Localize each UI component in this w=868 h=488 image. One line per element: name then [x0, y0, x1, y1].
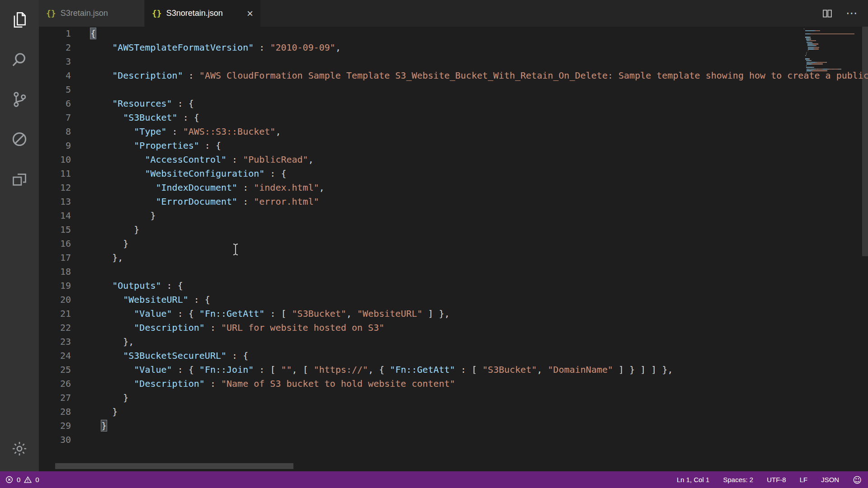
code-line[interactable]: 25 "Value" : { "Fn::Join" : [ "", [ "htt… — [39, 363, 868, 377]
line-number[interactable]: 18 — [39, 265, 71, 279]
code-line[interactable]: 29 } — [39, 419, 868, 433]
line-number[interactable]: 22 — [39, 321, 71, 335]
line-number[interactable]: 23 — [39, 335, 71, 349]
line-number[interactable]: 1 — [39, 27, 71, 41]
code-line[interactable]: 2 "AWSTemplateFormatVersion" : "2010-09-… — [39, 41, 868, 55]
minimap-line — [804, 65, 854, 66]
code-line[interactable]: 5 — [39, 83, 868, 97]
activity-item-explorer[interactable] — [0, 0, 39, 40]
line-number[interactable]: 29 — [39, 419, 71, 433]
indentation-setting[interactable]: Spaces: 2 — [723, 476, 753, 483]
minimap-line — [804, 42, 854, 43]
line-number[interactable]: 14 — [39, 209, 71, 223]
code-line[interactable]: 11 "WebsiteConfiguration" : { — [39, 167, 868, 181]
code-line[interactable]: 10 "AccessControl" : "PublicRead", — [39, 153, 868, 167]
code-line[interactable]: 23 }, — [39, 335, 868, 349]
code-line[interactable]: 26 "Description" : "Name of S3 bucket to… — [39, 377, 868, 391]
code-line[interactable]: 3 — [39, 55, 868, 69]
feedback-smiley-icon[interactable]: ☺ — [853, 475, 862, 485]
code-text: "S3BucketSecureURL" : { — [71, 349, 248, 363]
warning-icon — [24, 476, 32, 483]
code-line[interactable]: 7 "S3Bucket" : { — [39, 111, 868, 125]
line-number[interactable]: 15 — [39, 223, 71, 237]
code-line[interactable]: 27 } — [39, 391, 868, 405]
line-number[interactable]: 8 — [39, 125, 71, 139]
line-number[interactable]: 11 — [39, 167, 71, 181]
code-line[interactable]: 17 }, — [39, 251, 868, 265]
minimap[interactable] — [804, 28, 854, 79]
code-text: } — [71, 405, 118, 419]
settings-button[interactable] — [0, 429, 39, 469]
line-number[interactable]: 17 — [39, 251, 71, 265]
horizontal-scrollbar[interactable] — [55, 463, 293, 469]
activity-item-source-control[interactable] — [0, 80, 39, 119]
encoding-setting[interactable]: UTF-8 — [767, 476, 786, 483]
code-line[interactable]: 15 } — [39, 223, 868, 237]
close-tab-button[interactable]: × — [247, 8, 253, 19]
code-line[interactable]: 28 } — [39, 405, 868, 419]
line-number[interactable]: 27 — [39, 391, 71, 405]
line-number[interactable]: 12 — [39, 181, 71, 195]
line-number[interactable]: 25 — [39, 363, 71, 377]
code-text: }, — [71, 251, 123, 265]
line-number[interactable]: 7 — [39, 111, 71, 125]
line-number[interactable]: 4 — [39, 69, 71, 83]
code-line[interactable]: 21 "Value" : { "Fn::GetAtt" : [ "S3Bucke… — [39, 307, 868, 321]
code-lines: 1{2 "AWSTemplateFormatVersion" : "2010-0… — [39, 27, 868, 447]
debug-icon — [11, 131, 28, 148]
vertical-scrollbar[interactable] — [862, 27, 868, 256]
code-line[interactable]: 20 "WebsiteURL" : { — [39, 293, 868, 307]
line-number[interactable]: 24 — [39, 349, 71, 363]
code-line[interactable]: 6 "Resources" : { — [39, 97, 868, 111]
line-number[interactable]: 21 — [39, 307, 71, 321]
line-number[interactable]: 28 — [39, 405, 71, 419]
split-editor-button[interactable] — [822, 9, 832, 19]
line-number[interactable]: 13 — [39, 195, 71, 209]
line-number[interactable]: 9 — [39, 139, 71, 153]
code-line[interactable]: 14 } — [39, 209, 868, 223]
code-line[interactable]: 12 "IndexDocument" : "index.html", — [39, 181, 868, 195]
line-number[interactable]: 10 — [39, 153, 71, 167]
code-line[interactable]: 9 "Properties" : { — [39, 139, 868, 153]
code-line[interactable]: 8 "Type" : "AWS::S3::Bucket", — [39, 125, 868, 139]
eol-setting[interactable]: LF — [800, 476, 808, 483]
code-line[interactable]: 24 "S3BucketSecureURL" : { — [39, 349, 868, 363]
line-number[interactable]: 19 — [39, 279, 71, 293]
minimap-line — [804, 30, 854, 31]
tab-s3noretain[interactable]: {} S3noretain.json × — [145, 0, 260, 27]
code-text: "AWSTemplateFormatVersion" : "2010-09-09… — [71, 41, 341, 55]
code-line[interactable]: 22 "Description" : "URL for website host… — [39, 321, 868, 335]
code-text: "AccessControl" : "PublicRead", — [71, 153, 314, 167]
code-line[interactable]: 18 — [39, 265, 868, 279]
line-number[interactable]: 2 — [39, 41, 71, 55]
vscode-window: {} S3retain.json {} S3noretain.json × ⋯ — [0, 0, 868, 488]
code-line[interactable]: 16 } — [39, 237, 868, 251]
line-number[interactable]: 5 — [39, 83, 71, 97]
line-number[interactable]: 20 — [39, 293, 71, 307]
code-text: { — [71, 27, 96, 41]
activity-item-search[interactable] — [0, 40, 39, 80]
code-text: } — [71, 223, 139, 237]
more-actions-button[interactable]: ⋯ — [846, 6, 858, 20]
activity-item-extensions[interactable] — [0, 159, 39, 199]
line-number[interactable]: 26 — [39, 377, 71, 391]
code-line[interactable]: 13 "ErrorDocument" : "error.html" — [39, 195, 868, 209]
code-line[interactable]: 1{ — [39, 27, 868, 41]
language-mode[interactable]: JSON — [821, 476, 839, 483]
tab-s3retain[interactable]: {} S3retain.json — [39, 0, 145, 27]
activity-item-debug[interactable] — [0, 119, 39, 159]
cursor-position[interactable]: Ln 1, Col 1 — [677, 476, 710, 483]
code-line[interactable]: 30 — [39, 433, 868, 447]
code-text: } — [71, 237, 128, 251]
code-line[interactable]: 4 "Description" : "AWS CloudFormation Sa… — [39, 69, 868, 83]
code-line[interactable]: 19 "Outputs" : { — [39, 279, 868, 293]
line-number[interactable]: 3 — [39, 55, 71, 69]
line-number[interactable]: 30 — [39, 433, 71, 447]
status-right: Ln 1, Col 1 Spaces: 2 UTF-8 LF JSON ☺ — [677, 475, 868, 485]
status-problems[interactable]: 0 0 — [0, 476, 39, 483]
error-icon — [5, 476, 13, 483]
line-number[interactable]: 6 — [39, 97, 71, 111]
minimap-line — [804, 32, 854, 33]
line-number[interactable]: 16 — [39, 237, 71, 251]
editor[interactable]: 1{2 "AWSTemplateFormatVersion" : "2010-0… — [39, 27, 868, 471]
